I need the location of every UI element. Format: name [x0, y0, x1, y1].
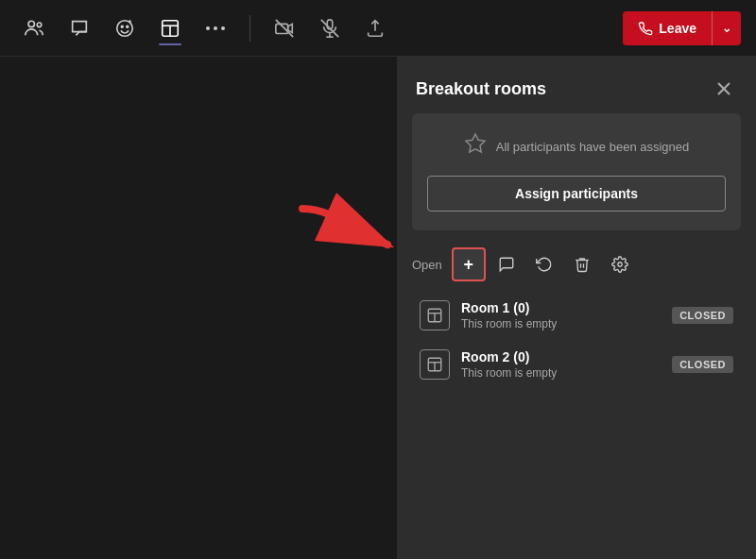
left-area: [0, 57, 397, 559]
chat-room-icon-btn[interactable]: [490, 247, 524, 281]
toolbar-right: Leave ⌄: [623, 11, 741, 45]
info-box: All participants have been assigned Assi…: [412, 113, 741, 230]
leave-button[interactable]: Leave ⌄: [623, 11, 741, 45]
toolbar: Leave ⌄: [0, 0, 756, 57]
room-info-2: Room 2 (0) This room is empty: [461, 349, 661, 380]
svg-marker-19: [466, 134, 485, 152]
action-bar: Open +: [397, 242, 756, 287]
breakout-panel: Breakout rooms All participants have bee…: [397, 57, 756, 559]
panel-title: Breakout rooms: [416, 79, 546, 99]
toolbar-left: [15, 9, 394, 47]
open-label: Open: [412, 258, 442, 272]
more-icon-btn[interactable]: [197, 9, 234, 47]
star-icon: [464, 132, 487, 161]
toolbar-divider: [249, 15, 250, 42]
chat-icon-btn[interactable]: [60, 9, 98, 47]
assign-participants-button[interactable]: Assign participants: [427, 176, 726, 212]
room-icon-2: [420, 349, 450, 380]
svg-point-0: [28, 21, 34, 26]
phone-icon: [638, 21, 653, 36]
settings-icon-btn[interactable]: [603, 247, 637, 281]
room-icon-1: [420, 300, 450, 330]
svg-point-4: [127, 25, 129, 27]
close-panel-button[interactable]: [711, 76, 737, 102]
room-item-2[interactable]: Room 2 (0) This room is empty CLOSED: [412, 340, 741, 389]
react-icon-btn[interactable]: [106, 9, 144, 47]
refresh-icon-btn[interactable]: [527, 247, 561, 281]
room-status-2: CLOSED: [672, 356, 733, 373]
share-icon-btn[interactable]: [356, 9, 394, 47]
svg-point-20: [618, 263, 623, 267]
add-room-button[interactable]: +: [452, 247, 486, 281]
room-name-2: Room 2 (0): [461, 349, 661, 364]
room-sub-2: This room is empty: [461, 366, 661, 380]
video-off-icon-btn[interactable]: [266, 9, 303, 47]
room-name-1: Room 1 (0): [461, 300, 661, 315]
svg-point-1: [37, 23, 42, 27]
info-text: All participants have been assigned: [496, 140, 690, 154]
info-star-text: All participants have been assigned: [464, 132, 690, 161]
svg-point-10: [221, 26, 225, 30]
panel-header: Breakout rooms: [397, 57, 756, 113]
room-sub-1: This room is empty: [461, 317, 661, 330]
action-bar-container: Open +: [397, 242, 756, 287]
layout-icon-btn[interactable]: [151, 9, 189, 47]
room-list: Room 1 (0) This room is empty CLOSED Roo…: [397, 287, 756, 559]
leave-label: Leave: [659, 21, 696, 36]
room-info-1: Room 1 (0) This room is empty: [461, 300, 661, 330]
leave-main: Leave: [623, 13, 712, 43]
svg-point-9: [214, 26, 217, 30]
delete-icon-btn[interactable]: [565, 247, 599, 281]
room-item-1[interactable]: Room 1 (0) This room is empty CLOSED: [412, 291, 741, 340]
main-area: Breakout rooms All participants have bee…: [0, 57, 756, 559]
people-icon-btn[interactable]: [15, 9, 53, 47]
room-status-1: CLOSED: [672, 307, 733, 324]
leave-chevron-icon[interactable]: ⌄: [713, 14, 741, 42]
mic-off-icon-btn[interactable]: [311, 9, 349, 47]
svg-point-8: [206, 26, 210, 30]
svg-line-12: [276, 19, 293, 36]
svg-point-3: [121, 25, 123, 27]
